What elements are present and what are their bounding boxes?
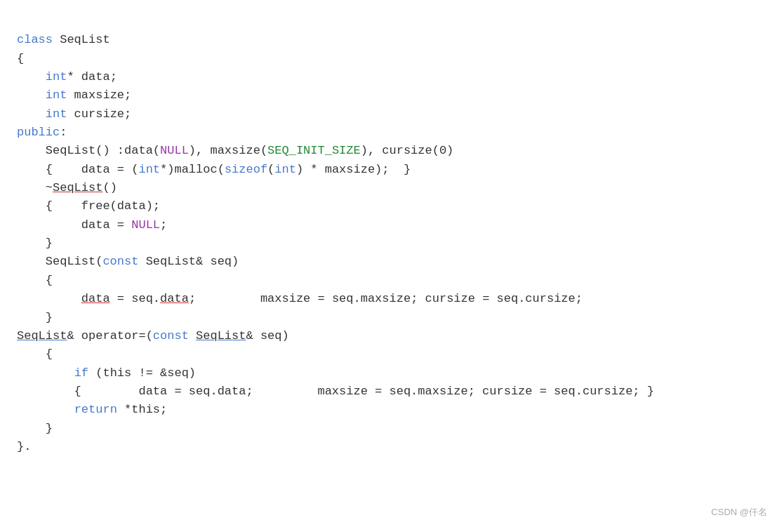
line-23: }. xyxy=(17,440,31,453)
line-18: { xyxy=(17,347,53,361)
line-5: int cursize; xyxy=(17,107,131,121)
line-6: public: xyxy=(17,126,67,139)
line-8: { data = (int*)malloc(sizeof(int) * maxs… xyxy=(17,163,411,176)
line-10: { free(data); xyxy=(17,199,160,213)
line-22: } xyxy=(17,422,53,435)
line-21: return *this; xyxy=(17,403,167,416)
line-20: { data = seq.data; maxsize = seq.maxsize… xyxy=(17,385,654,398)
line-12: } xyxy=(17,237,53,250)
code-block: class SeqList { int* data; int maxsize; … xyxy=(17,13,767,475)
line-15: data = seq.data; maxsize = seq.maxsize; … xyxy=(17,292,583,305)
code-container: class SeqList { int* data; int maxsize; … xyxy=(0,0,784,532)
line-13: SeqList(const SeqList& seq) xyxy=(17,255,239,268)
line-14: { xyxy=(17,274,53,287)
line-7: SeqList() :data(NULL), maxsize(SEQ_INIT_… xyxy=(17,144,453,157)
line-2: { xyxy=(17,52,24,65)
line-9: ~SeqList() xyxy=(17,181,117,194)
watermark-text: CSDN @仟名 xyxy=(711,505,767,519)
line-16: } xyxy=(17,311,53,324)
line-1: class SeqList xyxy=(17,33,110,46)
line-11: data = NULL; xyxy=(17,218,167,232)
line-19: if (this != &seq) xyxy=(17,366,196,380)
line-17: SeqList& operator=(const SeqList& seq) xyxy=(17,329,289,343)
line-4: int maxsize; xyxy=(17,88,131,102)
line-3: int* data; xyxy=(17,70,117,84)
